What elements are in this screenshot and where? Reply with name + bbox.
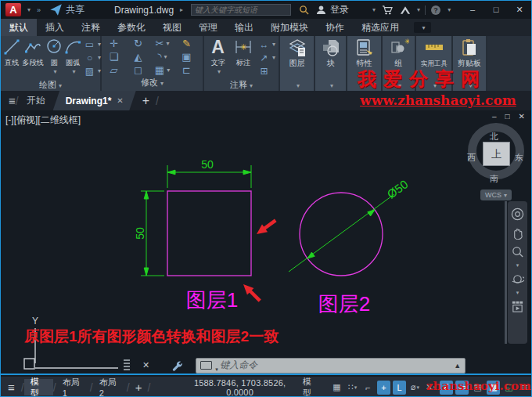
layer-properties-button[interactable]: 图层	[280, 36, 314, 79]
orbit-caret-icon[interactable]: ▾	[516, 291, 519, 294]
drawing-canvas[interactable]: [-][俯视][二维线框]	[1, 110, 531, 375]
ellipse-tool[interactable]: ○	[84, 51, 101, 64]
explode-tool[interactable]: ▣	[174, 50, 199, 63]
zoom-icon[interactable]	[511, 245, 524, 258]
viewcube-top-face[interactable]: 上	[483, 142, 510, 166]
close-button[interactable]	[508, 1, 531, 19]
zoom-caret-icon[interactable]: ▾	[516, 264, 519, 267]
title-caret-icon[interactable]: ▸	[180, 6, 183, 13]
tab-view[interactable]: 视图	[154, 19, 190, 36]
showmotion-icon[interactable]	[511, 300, 524, 313]
model-space-toggle[interactable]: 模型	[297, 379, 325, 395]
tab-addins[interactable]: 附加模块	[262, 19, 317, 36]
polyline-tool[interactable]: 多段线	[21, 38, 45, 68]
panel-modify-expander[interactable]: 修改	[102, 77, 203, 88]
model-tab[interactable]: 模型	[24, 379, 53, 395]
minimize-button[interactable]	[461, 1, 484, 19]
insert-block-button[interactable]: 块	[315, 36, 346, 79]
autodesk-logo-icon[interactable]	[400, 5, 411, 15]
search-input[interactable]	[191, 4, 291, 16]
tab-output[interactable]: 输出	[226, 19, 262, 36]
tab-featured-apps[interactable]: 精选应用	[353, 19, 408, 36]
login-caret-icon[interactable]: ▾	[372, 6, 376, 13]
help-caret-icon[interactable]: ▾	[448, 6, 451, 13]
new-layout-button[interactable]	[135, 381, 142, 394]
user-icon[interactable]	[316, 5, 326, 15]
rotate-tool[interactable]: ↻	[126, 37, 150, 50]
panel-block-expander[interactable]	[315, 79, 346, 91]
stretch-tool[interactable]: ▱	[102, 63, 126, 77]
square-entity[interactable]	[167, 191, 251, 276]
grid-toggle[interactable]: ▦	[330, 381, 343, 395]
viewcube-north[interactable]: 北	[490, 131, 498, 143]
maximize-button[interactable]	[484, 1, 508, 19]
erase-tool[interactable]: ✎	[174, 37, 199, 50]
hatch-tool[interactable]: ▨	[84, 64, 101, 78]
canvas-scrollbar[interactable]	[505, 201, 507, 344]
command-input[interactable]: 键入命令	[196, 358, 466, 374]
viewcube-east[interactable]: 东	[515, 152, 523, 164]
drawing1-tab[interactable]: Drawing1*	[53, 91, 136, 110]
command-grip-handle[interactable]	[124, 359, 130, 372]
app-menu-button[interactable]: A	[5, 3, 21, 16]
login-button[interactable]: 登录	[330, 3, 349, 16]
trim-tool[interactable]: ✂	[150, 37, 174, 50]
status-menu-icon[interactable]: ≡	[8, 381, 15, 394]
recent-commands-icon[interactable]	[200, 361, 212, 370]
line-tool[interactable]: 直线	[2, 38, 21, 68]
panel-draw-expander[interactable]: 绘图	[1, 79, 100, 91]
command-expand-icon[interactable]	[454, 362, 461, 370]
viewcube-west[interactable]: 西	[467, 152, 476, 164]
text-tool[interactable]: A 文字	[206, 38, 230, 75]
quick-access-toolbar-icon[interactable]: »	[37, 6, 41, 14]
orbit-icon[interactable]	[511, 272, 524, 286]
scale-tool[interactable]: ◻	[126, 63, 150, 77]
panel-layers-expander[interactable]	[280, 79, 314, 91]
tab-manage[interactable]: 管理	[190, 19, 226, 36]
copy-tool[interactable]: ❏	[102, 50, 126, 63]
array-tool[interactable]: ▦	[150, 63, 174, 77]
tab-insert[interactable]: 插入	[37, 19, 73, 36]
command-close-icon[interactable]	[142, 360, 149, 370]
viewcube-south[interactable]: 南	[490, 173, 498, 185]
tab-annotate[interactable]: 注释	[73, 19, 109, 36]
tab-collaborate[interactable]: 协作	[317, 19, 353, 36]
navigation-wheel-icon[interactable]	[511, 208, 524, 221]
infer-constraints-toggle[interactable]: ⌐	[361, 381, 375, 395]
ortho-toggle[interactable]: L	[393, 381, 406, 395]
panel-annotation-expander[interactable]: 注释	[204, 79, 279, 91]
autodesk-caret-icon[interactable]: ▾	[417, 6, 420, 13]
ribbon-display-toggle[interactable]	[414, 22, 431, 33]
tab-parametric[interactable]: 参数化	[109, 19, 154, 36]
rectangle-tool[interactable]: ▭	[84, 38, 101, 51]
snap-toggle[interactable]: ∷▾	[346, 381, 359, 395]
linear-dimension-tool[interactable]: ↔	[258, 38, 275, 51]
circle-tool[interactable]: 圆	[45, 38, 63, 75]
command-wrench-icon[interactable]	[171, 359, 183, 371]
wcs-dropdown[interactable]: WCS	[480, 189, 512, 200]
pan-hand-icon[interactable]	[511, 226, 524, 240]
circle-entity[interactable]	[300, 193, 383, 276]
isodraft-toggle[interactable]: ⌀▾	[408, 381, 422, 395]
layout1-tab[interactable]: 布局1	[56, 379, 90, 395]
layout2-tab[interactable]: 布局2	[93, 379, 127, 395]
offset-tool[interactable]: ⊏	[174, 63, 199, 77]
tab-default[interactable]: 默认	[1, 19, 37, 36]
move-tool[interactable]: ✛	[102, 37, 126, 50]
app-menu-caret-icon[interactable]: ▾	[27, 6, 31, 13]
leader-tool[interactable]: ↗	[258, 51, 275, 64]
start-tab[interactable]: 开始	[19, 91, 53, 110]
app-store-cart-icon[interactable]	[382, 5, 393, 15]
dimension-tool[interactable]: ✳ 标注	[230, 38, 257, 68]
new-drawing-button[interactable]	[142, 94, 149, 108]
share-button[interactable]: 共享	[49, 3, 84, 16]
fillet-tool[interactable]: ◝	[150, 50, 174, 63]
diameter-dimension[interactable]	[289, 194, 394, 272]
table-tool[interactable]: ⊞	[258, 64, 275, 78]
close-drawing-icon[interactable]	[117, 96, 123, 105]
arc-tool[interactable]: 圆弧	[63, 38, 82, 75]
file-tabs-menu-icon[interactable]: ≡	[9, 94, 16, 107]
help-icon[interactable]: ?	[430, 5, 441, 16]
search-icon[interactable]	[299, 5, 309, 15]
mirror-tool[interactable]: ◭	[126, 50, 150, 63]
